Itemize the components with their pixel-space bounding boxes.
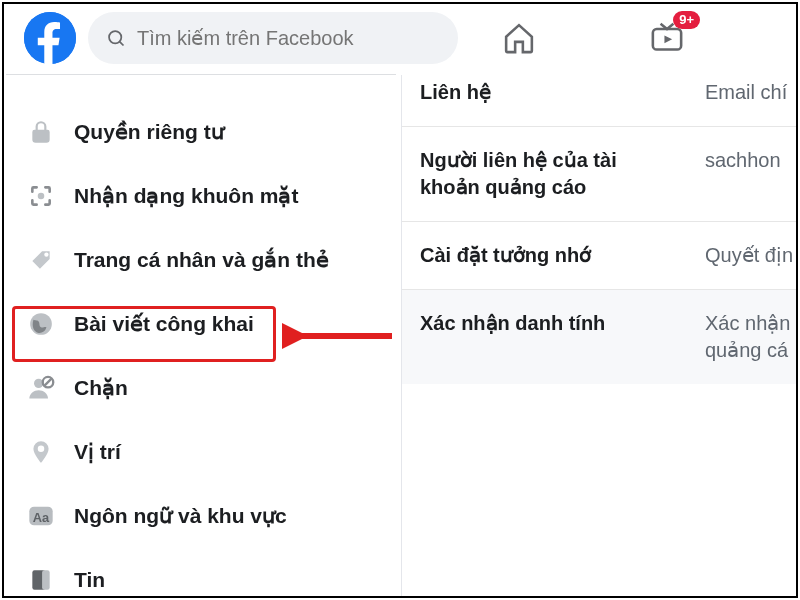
sidebar-item-label: Tin [74,568,105,592]
sidebar-item-label: Ngôn ngữ và khu vực [74,504,287,528]
row-value: Quyết địn [705,242,793,269]
sidebar-item-privacy[interactable]: Quyền riêng tư [4,105,401,159]
search-icon [106,28,127,49]
settings-sidebar: Quyền riêng tư Nhận dạng khuôn mặt Trang… [4,75,402,597]
facebook-logo[interactable] [24,12,76,64]
tag-icon [26,245,56,275]
sidebar-item-label: Nhận dạng khuôn mặt [74,184,298,208]
news-icon [26,565,56,595]
sidebar-item-language[interactable]: Aa Ngôn ngữ và khu vực [4,489,401,543]
sidebar-item-label: Bài viết công khai [74,312,254,336]
sidebar-item-news[interactable]: Tin [4,553,401,598]
setting-row-memorialization[interactable]: Cài đặt tưởng nhớ Quyết địn [402,222,796,290]
search-box[interactable] [88,12,458,64]
svg-line-8 [45,379,52,386]
sidebar-item-public-posts[interactable]: Bài viết công khai [4,297,401,351]
setting-row-ad-contact[interactable]: Người liên hệ của tài khoản quảng cáo sa… [402,127,796,222]
sidebar-item-label: Chặn [74,376,128,400]
nav-home[interactable] [500,19,538,57]
sidebar-item-profile-tagging[interactable]: Trang cá nhân và gắn thẻ [4,233,401,287]
search-input[interactable] [137,27,440,50]
svg-point-1 [109,31,121,43]
svg-point-4 [38,193,45,200]
row-label: Cài đặt tưởng nhớ [420,242,675,269]
row-label: Liên hệ [420,79,675,106]
row-label: Xác nhận danh tính [420,310,675,364]
svg-text:Aa: Aa [33,510,50,525]
svg-line-2 [120,41,124,45]
globe-icon [26,309,56,339]
lock-icon [26,117,56,147]
watch-badge: 9+ [673,11,700,29]
location-pin-icon [26,437,56,467]
sidebar-item-label: Trang cá nhân và gắn thẻ [74,248,329,272]
row-value: Email chí [705,79,787,106]
nav-watch[interactable]: 9+ [648,19,686,57]
setting-row-contact[interactable]: Liên hệ Email chí [402,75,796,127]
setting-row-identity[interactable]: Xác nhận danh tính Xác nhận quảng cá [402,290,796,384]
row-value: sachhon [705,147,781,201]
sidebar-item-label: Vị trí [74,440,121,464]
row-label: Người liên hệ của tài khoản quảng cáo [420,147,675,201]
sidebar-item-location[interactable]: Vị trí [4,425,401,479]
sidebar-item-blocking[interactable]: Chặn [4,361,401,415]
face-id-icon [26,181,56,211]
sidebar-item-face-recognition[interactable]: Nhận dạng khuôn mặt [4,169,401,223]
svg-rect-12 [42,570,50,590]
block-user-icon [26,373,56,403]
top-bar: 9+ [4,4,796,74]
sidebar-item-label: Quyền riêng tư [74,120,224,144]
language-icon: Aa [26,501,56,531]
settings-content: Liên hệ Email chí Người liên hệ của tài … [402,75,796,597]
row-value: Xác nhận quảng cá [705,310,790,364]
